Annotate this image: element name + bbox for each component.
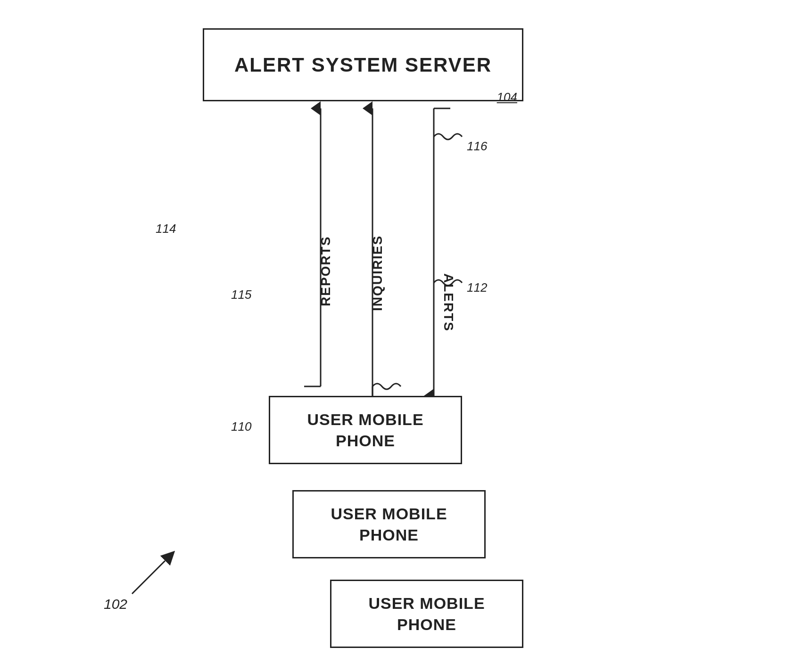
svg-text:ALERTS: ALERTS <box>441 273 456 332</box>
diagram-ref: 102 <box>104 596 127 612</box>
svg-line-15 <box>132 561 165 594</box>
alerts-ref: 116 <box>467 139 487 154</box>
server-label: ALERT SYSTEM SERVER <box>234 54 492 76</box>
phone-box-1: USER MOBILEPHONE <box>269 396 462 464</box>
network-ref: 112 <box>467 280 487 295</box>
phone-label-3: USER MOBILEPHONE <box>368 593 485 634</box>
diagram-container: REPORTS INQUIRIES ALERTS <box>0 0 786 672</box>
svg-text:REPORTS: REPORTS <box>318 236 333 306</box>
server-ref: 104 <box>497 90 517 105</box>
phone-label-2: USER MOBILEPHONE <box>331 503 447 545</box>
phone-box-3: USER MOBILEPHONE <box>330 580 523 648</box>
phone-box-2: USER MOBILEPHONE <box>292 490 486 558</box>
phone1-ref: 110 <box>231 419 251 434</box>
server-box: ALERT SYSTEM SERVER 104 <box>203 28 523 101</box>
phone-label-1: USER MOBILEPHONE <box>307 409 423 451</box>
svg-text:INQUIRIES: INQUIRIES <box>370 235 385 311</box>
reports-ref: 114 <box>156 221 176 236</box>
inquiries-ref: 115 <box>231 287 251 302</box>
